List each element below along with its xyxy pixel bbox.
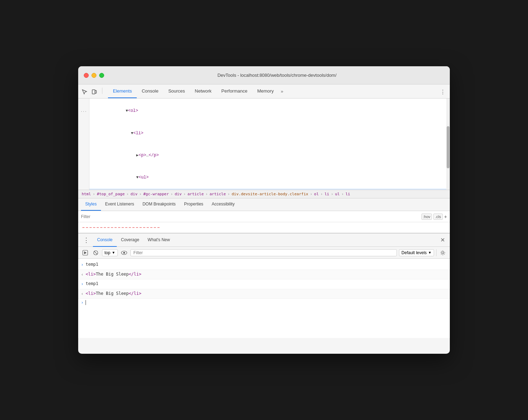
console-tab-console[interactable]: Console [93,233,117,247]
console-tab-whats-new[interactable]: What's New [143,233,174,247]
styles-tabbar: Styles Event Listeners DOM Breakpoints P… [78,198,450,211]
entry-arrow: › [81,261,83,269]
devtools-window: DevTools - localhost:8080/web/tools/chro… [78,66,450,354]
tabbar-right-actions: ⋮ [439,88,447,98]
console-tab-coverage[interactable]: Coverage [117,233,143,247]
entry-text: <li>The Big Sleep</li> [86,290,141,298]
bc-article-1[interactable]: article [187,191,204,197]
maximize-button[interactable] [99,73,104,78]
context-selector[interactable]: top ▼ [102,249,118,256]
tab-dom-breakpoints[interactable]: DOM Breakpoints [138,198,180,211]
bc-top-of-page[interactable]: #top_of_page [96,191,125,197]
tab-event-listeners[interactable]: Event Listeners [101,198,138,211]
toolbar-separator [436,249,436,256]
console-content[interactable]: › temp1 ‹ <li>The Big Sleep</li> › temp1… [78,259,450,338]
execute-script-button[interactable] [81,249,89,257]
live-expressions-button[interactable] [120,249,128,257]
breadcrumb: html › #top_of_page › div › #gc-wrapper … [78,190,450,198]
tab-more-button[interactable]: » [279,84,285,98]
tab-performance[interactable]: Performance [216,84,252,98]
tab-sources[interactable]: Sources [163,84,190,98]
tab-memory[interactable]: Memory [252,84,279,98]
console-entry: › temp1 [78,260,450,270]
tab-console[interactable]: Console [137,84,163,98]
dom-line[interactable]: ▶<p>…</p> [89,144,450,166]
console-tabbar: ⋮ Console Coverage What's New ✕ [78,233,450,247]
entry-text: temp1 [86,261,98,269]
console-filter-input[interactable] [130,249,397,256]
hov-button[interactable]: :hov [421,214,432,220]
toolbar-icons [81,88,104,98]
dom-content[interactable]: ▼<ol> ▼<li> ▶<p>…</p> ▼<ul> <li>The Big … [78,99,450,190]
style-preview-area [78,222,450,233]
prompt-cursor [86,300,86,305]
dom-line[interactable]: ▼<ul> [89,167,450,189]
dom-scrollbar[interactable] [446,99,450,190]
tab-properties[interactable]: Properties [180,198,208,211]
console-prompt[interactable]: › [78,299,450,306]
entry-text: temp1 [86,280,98,288]
scrollbar-thumb[interactable] [447,126,449,168]
console-entry: ‹ <li>The Big Sleep</li> [78,289,450,299]
cls-button[interactable]: .cls [433,214,443,220]
svg-point-7 [123,252,125,253]
bc-li-1[interactable]: li [324,191,330,197]
close-button[interactable] [84,73,89,78]
bc-ol[interactable]: ol [313,191,319,197]
tabbar-divider [102,88,102,94]
main-tabbar: Elements Console Sources Network Perform… [78,84,450,99]
window-title: DevTools - localhost:8080/web/tools/chro… [110,73,444,78]
more-options-icon[interactable]: ⋮ [439,88,447,96]
bc-html[interactable]: html [81,191,92,197]
dom-line-selected[interactable]: <li>The Big Sleep</li> == $0 [89,189,450,190]
entry-arrow: › [81,280,83,288]
bc-article-2[interactable]: article [209,191,226,197]
device-icon[interactable] [91,88,98,95]
svg-point-8 [442,252,444,254]
tab-elements[interactable]: Elements [108,84,137,98]
svg-marker-3 [84,251,87,254]
entry-text: <li>The Big Sleep</li> [86,271,141,278]
dom-panel: ... ▼<ol> ▼<li> ▶<p>…</p> ▼<ul> <li>The … [78,99,450,190]
traffic-lights [84,73,104,78]
bc-div-2[interactable]: div [174,191,182,197]
console-entry: › temp1 [78,279,450,289]
add-style-button[interactable]: + [444,214,447,219]
console-panel-dots[interactable]: ⋮ [81,237,92,243]
inspect-icon[interactable] [81,88,88,95]
dashed-rule-indicator [82,227,160,228]
bc-ul[interactable]: ul [334,191,340,197]
tab-styles[interactable]: Styles [81,198,101,211]
svg-rect-1 [95,90,96,93]
entry-arrow: ‹ [81,271,83,279]
titlebar: DevTools - localhost:8080/web/tools/chro… [78,66,450,84]
svg-line-5 [94,251,97,254]
tab-accessibility[interactable]: Accessibility [208,198,239,211]
bc-li-2[interactable]: li [345,191,351,197]
tab-network[interactable]: Network [190,84,217,98]
console-toolbar: top ▼ Default levels ▼ [78,247,450,259]
styles-filter-input[interactable] [81,214,421,219]
clear-console-button[interactable] [92,249,100,257]
entry-arrow: ‹ [81,290,83,298]
prompt-arrow: › [81,300,83,305]
console-settings-button[interactable] [439,249,447,257]
minimize-button[interactable] [92,73,96,78]
bc-div-1[interactable]: div [130,191,138,197]
filter-actions: :hov .cls + [421,214,447,220]
console-close-button[interactable]: ✕ [438,235,447,245]
styles-filter-bar: :hov .cls + [78,211,450,222]
line-number-indicator: ... [80,109,87,113]
log-levels-selector[interactable]: Default levels ▼ [399,249,434,256]
dom-line[interactable]: ▼<li> [89,122,450,144]
bc-gc-wrapper[interactable]: #gc-wrapper [143,191,170,197]
svg-rect-0 [92,90,95,94]
console-entry: ‹ <li>The Big Sleep</li> [78,270,450,280]
dom-line[interactable]: ▼<ol> [89,100,450,122]
bottom-panel: ⋮ Console Coverage What's New ✕ [78,233,450,338]
bc-div-class[interactable]: div.devsite-article-body.clearfix [231,191,309,197]
